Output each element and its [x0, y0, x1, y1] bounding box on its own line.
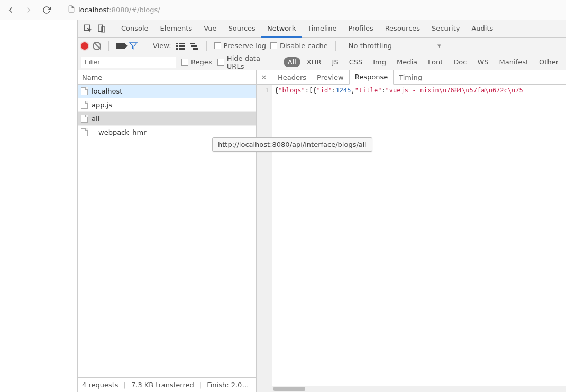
- request-name: localhost: [92, 87, 122, 95]
- capture-screenshot-button[interactable]: [116, 43, 125, 49]
- divider: [112, 24, 112, 33]
- horizontal-scrollbar[interactable]: [272, 386, 566, 392]
- tab-resources[interactable]: Resources: [379, 20, 426, 38]
- filter-type-js[interactable]: JS: [328, 57, 343, 67]
- device-icon[interactable]: [95, 22, 108, 35]
- request-column-header[interactable]: Name: [78, 70, 256, 85]
- filter-type-font[interactable]: Font: [424, 57, 447, 67]
- svg-rect-5: [179, 43, 185, 44]
- request-list: localhostapp.jsall__webpack_hmr: [78, 85, 256, 377]
- filter-type-ws[interactable]: WS: [473, 57, 492, 67]
- divider: [145, 41, 145, 51]
- request-row[interactable]: localhost: [78, 85, 256, 98]
- throttling-label: No throttling: [349, 42, 392, 50]
- filter-type-xhr[interactable]: XHR: [303, 57, 326, 67]
- line-gutter: 1: [257, 85, 272, 392]
- filter-type-other[interactable]: Other: [535, 57, 563, 67]
- view-list-icon[interactable]: [176, 42, 185, 50]
- filter-type-all[interactable]: All: [284, 57, 300, 67]
- network-toolbar: View: Preserve log Disable cache No thro…: [78, 38, 566, 54]
- disable-cache-label: Disable cache: [280, 42, 328, 50]
- hide-data-urls-label: Hide data URLs: [227, 54, 278, 70]
- response-tab-preview[interactable]: Preview: [312, 70, 349, 85]
- filter-icon[interactable]: [129, 42, 138, 50]
- preserve-log-label: Preserve log: [224, 42, 266, 50]
- filter-type-manifest[interactable]: Manifest: [495, 57, 533, 67]
- svg-rect-11: [191, 45, 197, 47]
- response-tab-headers[interactable]: Headers: [272, 70, 312, 85]
- regex-checkbox[interactable]: Regex: [181, 58, 212, 66]
- request-name: all: [92, 115, 99, 123]
- tab-sources[interactable]: Sources: [222, 20, 261, 38]
- request-name: __webpack_hmr: [92, 128, 147, 136]
- url-tooltip: http://localhost:8080/api/interface/blog…: [212, 137, 372, 152]
- address-bar[interactable]: localhost :8080 /#/blogs/: [68, 5, 160, 14]
- svg-rect-9: [179, 48, 185, 50]
- chevron-down-icon: ▾: [437, 42, 441, 50]
- page-icon: [68, 5, 75, 14]
- clear-button[interactable]: [93, 42, 101, 50]
- reload-button[interactable]: [39, 3, 54, 17]
- tab-security[interactable]: Security: [426, 20, 465, 38]
- status-requests: 4 requests: [82, 381, 118, 389]
- status-finish: Finish: 2.0…: [207, 381, 249, 389]
- url-port: :8080: [109, 6, 129, 14]
- svg-rect-4: [176, 43, 178, 44]
- tab-audits[interactable]: Audits: [465, 20, 499, 38]
- tab-profiles[interactable]: Profiles: [342, 20, 379, 38]
- svg-rect-7: [179, 45, 185, 47]
- view-label: View:: [153, 42, 171, 50]
- tab-console[interactable]: Console: [115, 20, 154, 38]
- status-transferred: 7.3 KB transferred: [131, 381, 194, 389]
- divider: [335, 41, 336, 51]
- response-tab-timing[interactable]: Timing: [394, 70, 427, 85]
- response-tab-response[interactable]: Response: [349, 70, 394, 85]
- inspect-icon[interactable]: [81, 22, 95, 35]
- regex-label: Regex: [191, 58, 212, 66]
- tab-network[interactable]: Network: [261, 20, 302, 38]
- filter-type-doc[interactable]: Doc: [449, 57, 471, 67]
- divider: [108, 41, 109, 51]
- document-icon: [81, 87, 88, 95]
- throttling-select[interactable]: No throttling ▾: [343, 42, 446, 50]
- request-row[interactable]: all: [78, 112, 256, 126]
- devtools-tabbar: ConsoleElementsVueSourcesNetworkTimeline…: [78, 20, 566, 38]
- back-button[interactable]: [3, 3, 18, 17]
- filter-input[interactable]: [81, 57, 176, 68]
- tab-timeline[interactable]: Timeline: [302, 20, 342, 38]
- document-icon: [81, 101, 88, 109]
- devtools-panel: ConsoleElementsVueSourcesNetworkTimeline…: [77, 20, 566, 392]
- disable-cache-checkbox[interactable]: Disable cache: [270, 42, 328, 50]
- response-panel: ✕ HeadersPreviewResponseTiming 1 {"blogs…: [257, 70, 566, 392]
- svg-rect-12: [193, 48, 198, 50]
- forward-button[interactable]: [21, 3, 36, 17]
- close-icon[interactable]: ✕: [259, 72, 269, 82]
- filter-type-media[interactable]: Media: [392, 57, 422, 67]
- svg-rect-6: [176, 45, 178, 47]
- svg-rect-8: [176, 48, 178, 50]
- network-body: Name localhostapp.jsall__webpack_hmr 4 r…: [78, 70, 566, 392]
- hide-data-urls-checkbox[interactable]: Hide data URLs: [217, 54, 278, 70]
- response-body: 1 {"blogs":[{"id":1245,"title":"vuejs - …: [257, 85, 566, 392]
- url-path: /#/blogs/: [129, 6, 160, 14]
- filter-type-img[interactable]: Img: [369, 57, 390, 67]
- svg-rect-10: [190, 43, 195, 44]
- request-status-bar: 4 requests | 7.3 KB transferred | Finish…: [78, 377, 256, 392]
- preserve-log-checkbox[interactable]: Preserve log: [214, 42, 266, 50]
- filter-type-css[interactable]: CSS: [345, 57, 367, 67]
- tab-elements[interactable]: Elements: [154, 20, 198, 38]
- document-icon: [81, 115, 88, 123]
- request-panel: Name localhostapp.jsall__webpack_hmr 4 r…: [78, 70, 257, 392]
- response-code[interactable]: {"blogs":[{"id":1245,"title":"vuejs - mi…: [272, 85, 566, 392]
- network-filterbar: Regex Hide data URLs AllXHRJSCSSImgMedia…: [78, 54, 566, 70]
- response-tabbar: ✕ HeadersPreviewResponseTiming: [257, 70, 566, 85]
- request-name: app.js: [92, 101, 112, 109]
- view-waterfall-icon[interactable]: [189, 42, 199, 50]
- url-host: localhost: [78, 6, 109, 14]
- record-button[interactable]: [81, 42, 88, 50]
- tab-vue[interactable]: Vue: [198, 20, 222, 38]
- document-icon: [81, 128, 88, 136]
- request-row[interactable]: app.js: [78, 98, 256, 112]
- browser-toolbar: localhost :8080 /#/blogs/: [0, 0, 566, 20]
- svg-marker-3: [130, 43, 136, 49]
